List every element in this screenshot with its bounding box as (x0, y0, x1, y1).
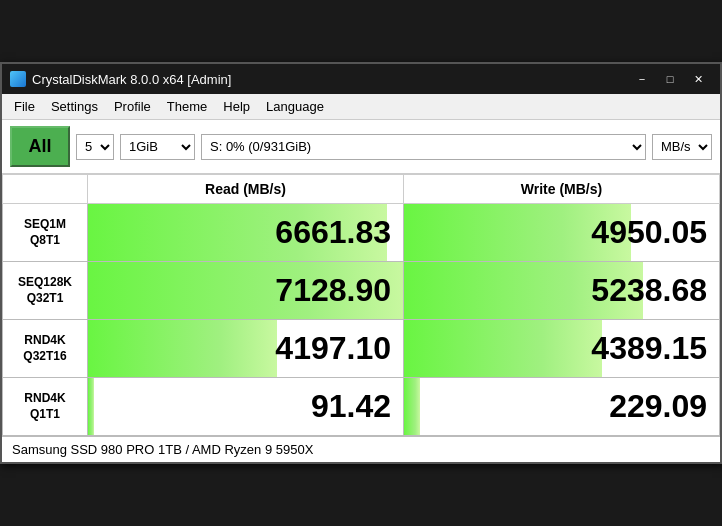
row-label-2: RND4KQ32T16 (3, 320, 88, 378)
write-value-text-2: 4389.15 (404, 320, 719, 377)
maximize-button[interactable]: □ (656, 68, 684, 90)
read-column-header: Read (MB/s) (88, 175, 404, 204)
read-value-text-2: 4197.10 (88, 320, 403, 377)
runs-select[interactable]: 5 1 3 (76, 134, 114, 160)
table-row: SEQ128KQ32T17128.905238.68 (3, 262, 720, 320)
results-table: Read (MB/s) Write (MB/s) SEQ1MQ8T16661.8… (2, 174, 720, 436)
read-value-text-1: 7128.90 (88, 262, 403, 319)
menu-item-profile[interactable]: Profile (106, 96, 159, 117)
write-column-header: Write (MB/s) (404, 175, 720, 204)
minimize-button[interactable]: − (628, 68, 656, 90)
menu-item-settings[interactable]: Settings (43, 96, 106, 117)
toolbar: All 5 1 3 1GiB 512MiB 2GiB S: 0% (0/931G… (2, 120, 720, 174)
menu-bar: FileSettingsProfileThemeHelpLanguage (2, 94, 720, 120)
menu-item-file[interactable]: File (6, 96, 43, 117)
write-value-text-1: 5238.68 (404, 262, 719, 319)
row-label-3: RND4KQ1T1 (3, 378, 88, 436)
write-value-text-3: 229.09 (404, 378, 719, 435)
menu-item-language[interactable]: Language (258, 96, 332, 117)
all-button[interactable]: All (10, 126, 70, 167)
app-icon (10, 71, 26, 87)
menu-item-help[interactable]: Help (215, 96, 258, 117)
write-value-text-0: 4950.05 (404, 204, 719, 261)
row-label-0: SEQ1MQ8T1 (3, 204, 88, 262)
window-controls: − □ ✕ (628, 68, 712, 90)
table-row: RND4KQ1T191.42229.09 (3, 378, 720, 436)
read-value-1: 7128.90 (88, 262, 404, 320)
table-row: SEQ1MQ8T16661.834950.05 (3, 204, 720, 262)
drive-select[interactable]: S: 0% (0/931GiB) (201, 134, 646, 160)
write-value-1: 5238.68 (404, 262, 720, 320)
unit-select[interactable]: MB/s GB/s (652, 134, 712, 160)
main-content: All 5 1 3 1GiB 512MiB 2GiB S: 0% (0/931G… (2, 120, 720, 436)
close-button[interactable]: ✕ (684, 68, 712, 90)
row-label-1: SEQ128KQ32T1 (3, 262, 88, 320)
size-select[interactable]: 1GiB 512MiB 2GiB (120, 134, 195, 160)
read-value-0: 6661.83 (88, 204, 404, 262)
application-window: CrystalDiskMark 8.0.0 x64 [Admin] − □ ✕ … (0, 62, 722, 464)
status-bar: Samsung SSD 980 PRO 1TB / AMD Ryzen 9 59… (2, 436, 720, 462)
read-value-text-0: 6661.83 (88, 204, 403, 261)
window-title: CrystalDiskMark 8.0.0 x64 [Admin] (32, 72, 628, 87)
write-value-0: 4950.05 (404, 204, 720, 262)
title-bar: CrystalDiskMark 8.0.0 x64 [Admin] − □ ✕ (2, 64, 720, 94)
write-value-2: 4389.15 (404, 320, 720, 378)
status-text: Samsung SSD 980 PRO 1TB / AMD Ryzen 9 59… (12, 442, 313, 457)
menu-item-theme[interactable]: Theme (159, 96, 215, 117)
read-value-text-3: 91.42 (88, 378, 403, 435)
read-value-3: 91.42 (88, 378, 404, 436)
read-value-2: 4197.10 (88, 320, 404, 378)
label-column-header (3, 175, 88, 204)
table-row: RND4KQ32T164197.104389.15 (3, 320, 720, 378)
write-value-3: 229.09 (404, 378, 720, 436)
